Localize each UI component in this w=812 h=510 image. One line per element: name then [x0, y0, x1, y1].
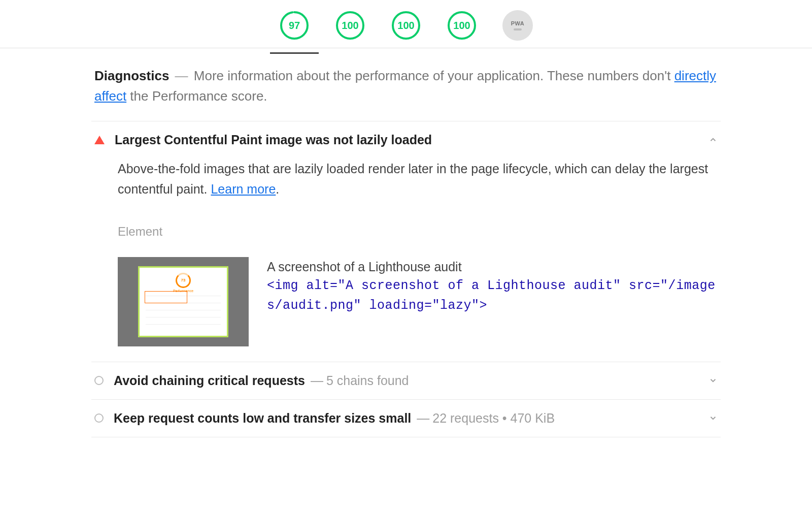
fail-triangle-icon: [94, 136, 105, 144]
chevron-down-icon: [708, 413, 718, 423]
dash: —: [173, 68, 190, 83]
score-value: 97: [289, 20, 300, 31]
audit-title: Avoid chaining critical requests —5 chai…: [114, 373, 409, 388]
score-value: 100: [342, 20, 358, 31]
element-caption: A screenshot of a Lighthouse audit: [267, 257, 718, 277]
audit-title: Largest Contentful Paint image was not l…: [115, 133, 432, 147]
neutral-circle-icon: [94, 413, 104, 423]
main-content: Diagnostics — More information about the…: [91, 48, 721, 437]
diagnostics-header: Diagnostics — More information about the…: [91, 66, 721, 121]
audit-lcp-lazy: Largest Contentful Paint image was not l…: [91, 121, 721, 362]
active-tab-underline: [270, 52, 319, 54]
element-thumbnail: 73 Performance: [118, 257, 249, 346]
element-row: 73 Performance A screenshot of a Lightho…: [118, 257, 718, 346]
element-code-snippet: <img alt="A screenshot of a Lighthouse a…: [267, 276, 718, 316]
diagnostics-label: Diagnostics: [94, 68, 169, 83]
element-label: Element: [118, 225, 718, 257]
audit-description: Above-the-fold images that are lazily lo…: [118, 158, 718, 225]
audit-request-counts: Keep request counts low and transfer siz…: [91, 400, 721, 437]
neutral-circle-icon: [94, 376, 104, 385]
score-topbar: 97 100 100 100 PWA: [0, 0, 812, 48]
chevron-down-icon: [708, 376, 718, 385]
pwa-label: PWA: [511, 20, 525, 26]
audit-title: Keep request counts low and transfer siz…: [114, 411, 555, 426]
score-value: 100: [453, 20, 470, 31]
score-value: 100: [397, 20, 414, 31]
chevron-up-icon: [708, 135, 718, 144]
pwa-bar-icon: [514, 28, 522, 30]
audit-body: Above-the-fold images that are lazily lo…: [91, 158, 721, 362]
audit-header[interactable]: Avoid chaining critical requests —5 chai…: [91, 362, 721, 399]
score-pwa[interactable]: PWA: [502, 10, 533, 41]
audit-header[interactable]: Keep request counts low and transfer siz…: [91, 400, 721, 437]
learn-more-link[interactable]: Learn more: [211, 182, 276, 196]
score-accessibility[interactable]: 100: [335, 10, 365, 41]
element-text: A screenshot of a Lighthouse audit <img …: [267, 257, 718, 316]
score-best-practices[interactable]: 100: [391, 10, 421, 41]
score-seo[interactable]: 100: [447, 10, 477, 41]
score-performance[interactable]: 97: [279, 10, 310, 41]
audit-header[interactable]: Largest Contentful Paint image was not l…: [91, 121, 721, 158]
audit-critical-chains: Avoid chaining critical requests —5 chai…: [91, 362, 721, 400]
